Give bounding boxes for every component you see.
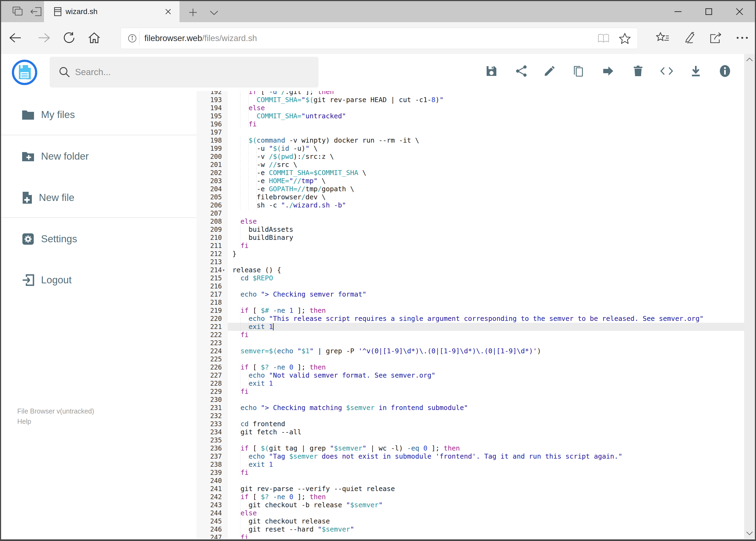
code-line-235[interactable]: 235	[196, 436, 744, 444]
code-text[interactable]: echo "This release script requires a sin…	[228, 315, 744, 323]
code-text[interactable]: filebrowser/dev \	[228, 193, 744, 201]
code-line-234[interactable]: 234git fetch --all	[196, 428, 744, 436]
sidebar-item-settings[interactable]: Settings	[1, 230, 196, 249]
code-text[interactable]: if [ $? -ne 0 ]; then	[228, 363, 744, 371]
refresh-button[interactable]	[58, 27, 80, 49]
code-line-197[interactable]: 197	[196, 128, 744, 136]
set-tabs-aside-icon[interactable]	[30, 6, 43, 17]
code-text[interactable]: git checkout -b release "$semver"	[228, 501, 744, 509]
code-text[interactable]: echo "> Checking matching $semver in fro…	[228, 404, 744, 412]
new-tab-button[interactable]	[189, 8, 197, 16]
tab-list-chevron-icon[interactable]	[209, 10, 219, 16]
code-text[interactable]: -e GOPATH=//tmp/gopath \	[228, 185, 744, 193]
scroll-down-arrow[interactable]	[744, 528, 755, 539]
code-text[interactable]: }	[228, 250, 744, 258]
fold-arrow-icon[interactable]: ▾	[222, 266, 228, 274]
home-button[interactable]	[84, 27, 105, 49]
download-button[interactable]	[687, 63, 704, 79]
code-line-215[interactable]: 215cd $REPO	[196, 274, 744, 282]
code-text[interactable]	[228, 436, 744, 444]
code-line-219[interactable]: 219if [ $# -ne 1 ]; then	[196, 306, 744, 315]
code-text[interactable]: if [ $(git tag | grep "$semver" | wc -l)…	[228, 444, 744, 452]
code-text[interactable]	[228, 258, 744, 266]
code-text[interactable]: -e COMMIT_SHA=$COMMIT_SHA \	[228, 169, 744, 177]
code-line-225[interactable]: 225	[196, 355, 744, 363]
code-text[interactable]: fi	[228, 469, 744, 477]
code-line-206[interactable]: 206sh -c "./wizard.sh -b"	[196, 201, 744, 209]
code-text[interactable]: git rev-parse --verify --quiet release	[228, 485, 744, 493]
code-line-200[interactable]: 200-v /$(pwd):/src:z \	[196, 153, 744, 161]
code-text[interactable]	[228, 396, 744, 404]
code-text[interactable]: fi	[228, 120, 744, 128]
code-line-217[interactable]: 217echo "> Checking semver format"	[196, 290, 744, 298]
code-line-192[interactable]: 192if [ -d /.git ]; then	[196, 91, 744, 96]
code-text[interactable]: cd frontend	[228, 420, 744, 428]
code-text[interactable]: -e HOME="//tmp" \	[228, 177, 744, 185]
info-button[interactable]	[717, 63, 733, 79]
code-text[interactable]	[228, 339, 744, 347]
code-line-207[interactable]: 207	[196, 209, 744, 218]
share-icon[interactable]	[705, 27, 726, 49]
code-text[interactable]: git fetch --all	[228, 428, 744, 436]
sidebar-item-new-file[interactable]: New file	[1, 188, 196, 207]
code-text[interactable]	[228, 282, 744, 290]
code-text[interactable]: fi	[228, 331, 744, 339]
code-line-233[interactable]: 233cd frontend	[196, 420, 744, 428]
code-line-242[interactable]: 242if [ $? -ne 0 ]; then	[196, 493, 744, 501]
close-button[interactable]	[724, 1, 755, 22]
code-line-226[interactable]: 226if [ $? -ne 0 ]; then	[196, 363, 744, 371]
code-line-227[interactable]: 227echo "Not valid semver format. See se…	[196, 371, 744, 379]
code-line-232[interactable]: 232	[196, 412, 744, 420]
code-line-228[interactable]: 228exit 1	[196, 379, 744, 387]
code-text[interactable]: if [ $# -ne 1 ]; then	[228, 306, 744, 315]
code-text[interactable]: else	[228, 104, 744, 112]
code-line-237[interactable]: 237echo "Tag $semver does not exist in s…	[196, 452, 744, 460]
code-text[interactable]: git checkout release	[228, 517, 744, 525]
code-view-button[interactable]	[658, 63, 675, 79]
code-line-205[interactable]: 205filebrowser/dev \	[196, 193, 744, 201]
code-text[interactable]	[228, 477, 744, 485]
sidebar-item-my-files[interactable]: My files	[1, 105, 196, 124]
code-line-216[interactable]: 216	[196, 282, 744, 290]
search-input[interactable]: Search...	[50, 57, 319, 88]
favorites-hub-icon[interactable]	[652, 27, 673, 49]
code-line-244[interactable]: 244else	[196, 509, 744, 517]
code-text[interactable]: if [ $? -ne 0 ]; then	[228, 493, 744, 501]
code-line-220[interactable]: 220echo "This release script requires a …	[196, 315, 744, 323]
code-text[interactable]: buildBinary	[228, 234, 744, 242]
more-options-icon[interactable]	[731, 27, 753, 49]
maximize-button[interactable]	[693, 1, 724, 22]
code-text[interactable]: else	[228, 509, 744, 517]
tab-close-icon[interactable]	[165, 8, 171, 15]
code-line-246[interactable]: 246git reset --hard "$semver"	[196, 525, 744, 533]
code-line-218[interactable]: 218	[196, 298, 744, 306]
code-text[interactable]: buildAssets	[228, 226, 744, 234]
code-line-224[interactable]: 224semver=$(echo "$1" | grep -P '^v(0|[1…	[196, 347, 744, 355]
code-line-241[interactable]: 241git rev-parse --verify --quiet releas…	[196, 485, 744, 493]
code-line-194[interactable]: 194else	[196, 104, 744, 112]
code-text[interactable]: fi	[228, 387, 744, 396]
sidebar-item-new-folder[interactable]: New folder	[1, 147, 196, 166]
code-text[interactable]: git reset --hard "$semver"	[228, 525, 744, 533]
code-line-221[interactable]: 221exit 1	[196, 323, 744, 331]
code-line-223[interactable]: 223	[196, 339, 744, 347]
code-line-238[interactable]: 238exit 1	[196, 460, 744, 469]
code-line-193[interactable]: 193COMMIT_SHA="$(git rev-parse HEAD | cu…	[196, 96, 744, 104]
code-line-213[interactable]: 213	[196, 258, 744, 266]
code-line-231[interactable]: 231echo "> Checking matching $semver in …	[196, 404, 744, 412]
share-file-button[interactable]	[513, 63, 530, 79]
code-line-230[interactable]: 230	[196, 396, 744, 404]
code-line-204[interactable]: 204-e GOPATH=//tmp/gopath \	[196, 185, 744, 193]
page-scrollbar[interactable]	[744, 54, 755, 539]
url-text[interactable]: filebrowser.web/files/wizard.sh	[144, 34, 257, 43]
save-button[interactable]	[483, 63, 500, 79]
code-line-203[interactable]: 203-e HOME="//tmp" \	[196, 177, 744, 185]
code-line-209[interactable]: 209buildAssets	[196, 226, 744, 234]
code-text[interactable]: exit 1	[228, 460, 744, 469]
code-text[interactable]: fi	[228, 242, 744, 250]
code-line-212[interactable]: 212}	[196, 250, 744, 258]
minimize-button[interactable]	[662, 1, 693, 22]
tab-preview-icon[interactable]	[11, 6, 24, 17]
code-text[interactable]: echo "Tag $semver does not exist in subm…	[228, 452, 744, 460]
code-text[interactable]: if [ -d /.git ]; then	[228, 91, 744, 96]
